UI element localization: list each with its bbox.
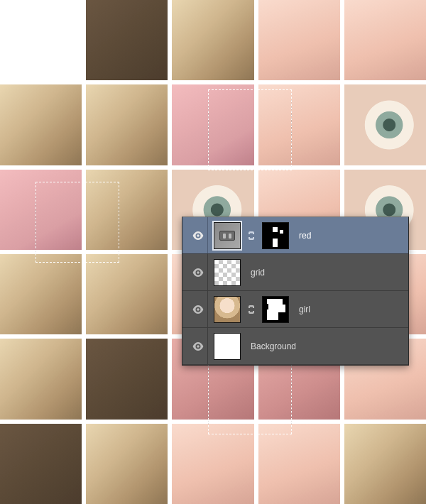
grid-tile xyxy=(344,84,426,165)
visibility-toggle[interactable] xyxy=(188,254,208,290)
layer-row-red[interactable]: red xyxy=(182,217,408,254)
svg-point-3 xyxy=(197,345,200,348)
eye-icon xyxy=(192,342,204,351)
layer-mask-thumbnail[interactable] xyxy=(262,222,289,249)
eye-icon xyxy=(192,231,204,240)
visibility-toggle[interactable] xyxy=(188,328,208,364)
grid-tile xyxy=(0,339,82,419)
visibility-toggle[interactable] xyxy=(188,291,208,327)
marquee-selection xyxy=(36,182,119,263)
layer-row-girl[interactable]: girl xyxy=(182,291,408,328)
eye-icon xyxy=(192,268,204,277)
layer-name[interactable]: red xyxy=(295,231,403,241)
grid-tile xyxy=(172,424,253,504)
grid-tile xyxy=(258,424,340,504)
link-icon[interactable] xyxy=(246,231,256,241)
layer-name[interactable]: grid xyxy=(246,268,403,278)
grid-tile xyxy=(0,0,82,80)
grid-tile xyxy=(172,0,253,80)
layer-row-background[interactable]: Background xyxy=(182,328,408,365)
layer-name[interactable]: girl xyxy=(295,305,403,314)
grid-tile xyxy=(86,339,168,419)
layer-thumbnail[interactable] xyxy=(214,333,241,360)
svg-point-0 xyxy=(197,234,200,237)
grid-tile xyxy=(258,0,340,80)
svg-point-1 xyxy=(197,271,200,274)
marquee-selection xyxy=(208,89,292,170)
grid-tile xyxy=(0,84,82,165)
visibility-toggle[interactable] xyxy=(188,217,208,253)
grid-tile xyxy=(86,84,168,165)
eye-icon xyxy=(192,305,204,314)
layer-mask-thumbnail[interactable] xyxy=(262,296,289,323)
layer-thumbnail[interactable] xyxy=(214,222,241,249)
grid-tile xyxy=(86,424,168,504)
grid-tile xyxy=(0,254,82,334)
grid-tile xyxy=(86,0,168,80)
grid-tile xyxy=(86,254,168,334)
layers-panel[interactable]: red grid girl xyxy=(182,217,409,366)
layer-row-grid[interactable]: grid xyxy=(182,254,408,291)
grid-tile xyxy=(344,0,426,80)
layer-thumbnail[interactable] xyxy=(214,296,241,323)
svg-point-2 xyxy=(197,308,200,311)
link-icon[interactable] xyxy=(246,305,256,314)
grid-tile xyxy=(0,424,82,504)
layer-thumbnail[interactable] xyxy=(214,259,241,286)
grid-tile xyxy=(344,424,426,504)
layer-name[interactable]: Background xyxy=(246,341,403,351)
